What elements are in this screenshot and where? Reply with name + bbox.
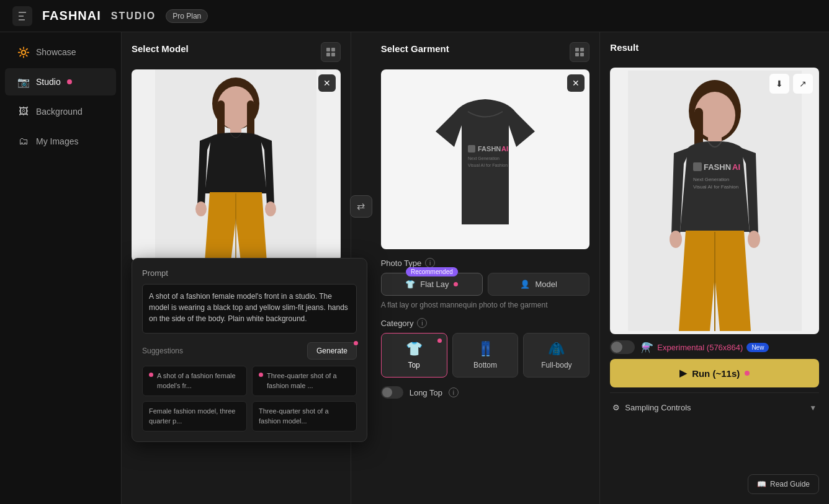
photo-type-buttons: Recommended 👕 Flat Lay 👤 Model [381,273,590,296]
sampling-divider [610,392,819,393]
garment-tshirt-image: FASHN AI Next Generation Visual AI for F… [417,76,553,243]
model-panel-icon-btn[interactable] [321,42,341,62]
suggestion-item-1[interactable]: Three-quarter shot of a fashion male ... [252,366,357,396]
read-guide-icon: 📖 [757,480,766,489]
run-btn-dot [745,371,750,376]
svg-point-11 [195,201,207,216]
long-top-info-icon[interactable]: i [449,387,459,397]
model-photo-btn[interactable]: 👤 Model [488,273,589,296]
long-top-section: Long Top i [381,386,590,399]
result-model-image: FASHN AI Next Generation Visual AI for F… [628,71,802,331]
category-info-icon[interactable]: i [417,318,427,328]
svg-text:Visual AI for Fashion: Visual AI for Fashion [468,163,508,167]
experimental-row: ⚗️ Experimental (576x864) New [610,340,819,354]
experimental-toggle-thumb [611,342,622,353]
result-panel: Result ⬇ ↗ [600,32,829,504]
svg-rect-16 [575,53,579,56]
svg-rect-17 [580,53,584,56]
sidebar-item-studio[interactable]: 📷 Studio [5,68,116,95]
sidebar-item-showcase[interactable]: 🔆 Showcase [5,38,116,66]
svg-text:FASHN: FASHN [704,162,731,172]
garment-close-btn[interactable]: ✕ [567,74,585,92]
sampling-text: Sampling Controls [625,403,691,412]
suggestion-text-0: A shot of a fashion female model's fr... [157,371,240,391]
category-label: Category i [381,318,590,328]
suggestion-dot-0 [149,373,153,377]
svg-rect-15 [580,48,584,51]
open-external-btn[interactable]: ↗ [793,74,813,94]
photo-type-info-icon[interactable]: i [425,258,435,268]
svg-rect-9 [247,100,254,138]
svg-text:FASHN: FASHN [478,145,501,153]
suggestions-label: Suggestions [142,347,183,355]
run-btn[interactable]: ▶ Run (~11s) [610,359,819,387]
read-guide-btn[interactable]: 📖 Read Guide [748,474,819,494]
svg-rect-20 [468,145,475,153]
long-top-toggle[interactable] [381,386,403,399]
model-photo-label: Model [535,280,557,289]
model-panel-header: Select Model [132,42,341,62]
sidebar-item-background[interactable]: 🖼 Background [5,98,116,125]
svg-text:AI: AI [732,162,740,172]
svg-rect-2 [331,48,335,51]
prompt-title: Prompt [142,268,357,278]
swap-panels-btn[interactable]: ⇄ [350,195,372,218]
flat-lay-dot [454,282,458,286]
svg-rect-1 [326,48,330,51]
download-btn[interactable]: ⬇ [769,74,789,94]
photo-type-label: Photo Type i [381,258,590,268]
model-image [155,69,316,262]
result-panel-title: Result [610,42,639,53]
category-text: Category [381,319,414,328]
logo-text: FASHNAI [42,9,101,23]
garment-panel-icon-btn[interactable] [570,42,589,62]
category-section: Category i 👕 Top 👖 Bottom 🧥 F [381,318,590,378]
sampling-label: ⚙ Sampling Controls [612,403,691,412]
model-image-container: ✕ [132,69,341,262]
category-bottom-btn[interactable]: 👖 Bottom [452,333,519,378]
category-buttons: 👕 Top 👖 Bottom 🧥 Full-body [381,333,590,378]
experimental-flask-icon: ⚗️ [641,342,653,353]
svg-rect-14 [575,48,579,51]
background-icon: 🖼 [17,105,30,118]
run-play-icon: ▶ [679,368,687,379]
model-close-btn[interactable]: ✕ [318,74,336,92]
category-top-btn[interactable]: 👕 Top [381,333,447,378]
generate-inline-dot [354,341,358,345]
suggestion-text-3: Three-quarter shot of a fashion model... [259,407,350,426]
prompt-textarea[interactable]: A shot of a fashion female model's front… [142,284,357,334]
suggestion-item-2[interactable]: Female fashion model, three quarter p... [142,401,247,431]
topbar: FASHNAI STUDIO Pro Plan [0,0,829,32]
sidebar-item-my-images[interactable]: 🗂 My Images [5,128,116,155]
svg-point-30 [670,231,682,248]
category-top-label: Top [408,361,419,369]
sidebar-item-label-background: Background [36,107,83,117]
sampling-filter-icon: ⚙ [612,403,620,412]
photo-type-text: Photo Type [381,259,422,268]
flat-lay-btn[interactable]: Recommended 👕 Flat Lay [381,273,483,296]
svg-point-31 [748,231,760,248]
studio-label: STUDIO [111,11,156,22]
garment-image-container: ✕ FASHN AI Next Generation Visual AI for… [381,69,590,249]
category-bottom-label: Bottom [473,361,497,369]
suggestion-item-3[interactable]: Three-quarter shot of a fashion model... [252,401,357,431]
garment-panel-title: Select Garment [381,43,449,54]
category-full-body-btn[interactable]: 🧥 Full-body [523,333,589,378]
svg-text:Next Generation: Next Generation [693,177,729,182]
svg-rect-32 [693,162,702,171]
sampling-controls-row[interactable]: ⚙ Sampling Controls ▼ [610,398,819,417]
generate-inline-btn[interactable]: Generate [307,342,357,360]
garment-panel-header: Select Garment [381,42,590,62]
flat-lay-label: Flat Lay [420,280,449,289]
content-area: Select Model ✕ [122,32,829,504]
suggestion-text-2: Female fashion model, three quarter p... [149,407,240,426]
my-images-icon: 🗂 [17,135,30,148]
sampling-chevron-icon: ▼ [809,404,817,412]
long-top-toggle-thumb [382,387,392,397]
suggestion-item-0[interactable]: A shot of a fashion female model's fr... [142,366,247,396]
experimental-toggle[interactable] [610,340,635,354]
photo-type-description: A flat lay or ghost mannequin photo of t… [381,301,590,309]
suggestions-grid: A shot of a fashion female model's fr...… [142,366,357,431]
suggestion-text-1: Three-quarter shot of a fashion male ... [267,371,350,391]
generate-inline-label: Generate [316,347,347,355]
